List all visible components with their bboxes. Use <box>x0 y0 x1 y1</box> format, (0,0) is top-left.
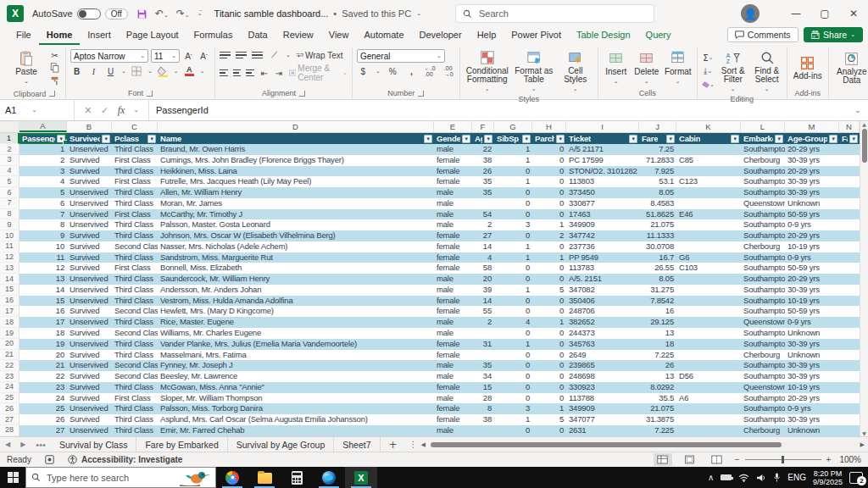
table-cell[interactable]: 15 <box>472 382 494 393</box>
table-cell[interactable]: Cherbourg <box>741 350 785 361</box>
undo-icon[interactable]: ↶⌄ <box>155 8 169 19</box>
table-cell[interactable]: First Class <box>112 263 158 274</box>
table-cell[interactable]: First Class <box>112 209 158 220</box>
table-cell[interactable]: 345763 <box>566 339 639 350</box>
autosum-icon[interactable]: Σ ⌄ <box>702 52 715 64</box>
ribbon-tab-automate[interactable]: Automate <box>356 27 411 45</box>
table-cell[interactable] <box>676 382 741 393</box>
autosave-toggle[interactable] <box>77 8 101 19</box>
row-number[interactable]: 16 <box>0 296 19 307</box>
share-button[interactable]: 🖆Share⌄ <box>804 27 863 42</box>
table-cell[interactable]: 0 <box>532 328 566 339</box>
table-cell[interactable]: 26 <box>19 414 67 425</box>
insert-cells-button[interactable]: Insert⌄ <box>603 50 630 86</box>
customize-qat-icon[interactable]: ⌄̄ <box>198 10 203 17</box>
table-cell[interactable]: 3 <box>19 166 67 177</box>
table-cell[interactable]: 3 <box>494 219 532 230</box>
table-cell[interactable]: 113783 <box>566 263 639 274</box>
table-cell[interactable]: Southampton <box>741 285 785 296</box>
table-cell[interactable]: 0 <box>532 176 566 187</box>
table-cell[interactable]: Third Class <box>112 219 158 230</box>
table-cell[interactable]: McGowan, Miss. Anna "Annie" <box>158 382 434 393</box>
table-cell[interactable]: 7.925 <box>639 166 676 177</box>
table-cell[interactable]: Unservived <box>67 285 112 296</box>
ribbon-tab-data[interactable]: Data <box>240 27 275 45</box>
table-cell[interactable]: female <box>434 176 472 187</box>
table-cell[interactable]: 1 <box>532 317 566 328</box>
scroll-up-icon[interactable]: ▲ <box>862 121 866 127</box>
table-cell[interactable]: 5 <box>532 285 566 296</box>
table-cell[interactable]: Survived <box>67 306 112 317</box>
table-cell[interactable]: 20-29 yrs <box>785 144 839 155</box>
number-dialog-launcher-icon[interactable] <box>418 91 424 97</box>
table-cell[interactable]: 0 <box>532 209 566 220</box>
table-cell[interactable]: Survived <box>67 414 112 425</box>
search-highlight-bird-image[interactable] <box>178 469 214 486</box>
table-cell[interactable]: Williams, Mr. Charles Eugene <box>158 328 434 339</box>
table-cell[interactable]: Third Class <box>112 230 158 241</box>
table-cell[interactable]: 237736 <box>566 241 639 252</box>
table-cell[interactable]: 1 <box>494 252 532 263</box>
font-size-select[interactable]: 11⌄ <box>151 49 180 63</box>
table-cell[interactable]: C85 <box>676 155 741 166</box>
table-cell[interactable]: Third Class <box>112 350 158 361</box>
filter-button[interactable]: ▼ <box>629 135 637 143</box>
table-cell[interactable]: 2631 <box>566 425 639 436</box>
table-cell[interactable]: 11.1333 <box>639 230 676 241</box>
table-cell[interactable]: 0 <box>532 155 566 166</box>
table-cell[interactable] <box>839 274 860 285</box>
table-cell[interactable] <box>839 371 860 382</box>
table-cell[interactable]: 1 <box>494 241 532 252</box>
autosave-control[interactable]: AutoSave Off <box>32 8 128 19</box>
table-cell[interactable]: Southampton <box>741 209 785 220</box>
table-cell[interactable]: 349909 <box>566 219 639 230</box>
ribbon-tab-view[interactable]: View <box>321 27 357 45</box>
table-cell[interactable]: Unknown <box>785 198 839 209</box>
table-cell[interactable]: 1 <box>494 285 532 296</box>
header-cell-age[interactable]: Age▼ <box>472 133 494 144</box>
taskbar-search[interactable]: Type here to search <box>25 467 216 488</box>
table-cell[interactable]: 5 <box>532 414 566 425</box>
insert-function-icon[interactable]: fx <box>118 104 125 117</box>
table-cell[interactable]: 6 <box>19 198 67 209</box>
table-cell[interactable]: Third Class <box>112 187 158 198</box>
wrap-text-button[interactable]: ⮒Wrap Text <box>296 51 343 60</box>
find-select-button[interactable]: Find & Select⌄ <box>752 49 782 93</box>
close-button[interactable]: ✕ <box>839 0 868 27</box>
table-cell[interactable]: 0 <box>532 144 566 155</box>
table-cell[interactable]: 1 <box>532 403 566 414</box>
table-cell[interactable]: 26 <box>472 166 494 177</box>
table-cell[interactable] <box>676 403 741 414</box>
row-number[interactable]: 21 <box>0 350 19 361</box>
table-cell[interactable] <box>676 339 741 350</box>
table-cell[interactable]: 1 <box>19 144 67 155</box>
table-cell[interactable]: 3 <box>494 403 532 414</box>
table-cell[interactable]: 25 <box>19 403 67 414</box>
ribbon-tab-help[interactable]: Help <box>470 27 504 45</box>
table-cell[interactable]: 0 <box>494 230 532 241</box>
table-cell[interactable] <box>839 296 860 307</box>
ribbon-tab-formulas[interactable]: Formulas <box>186 27 241 45</box>
table-cell[interactable]: Vestrom, Miss. Hulda Amanda Adolfina <box>158 296 434 307</box>
table-cell[interactable]: Unservived <box>67 403 112 414</box>
table-cell[interactable]: male <box>434 425 472 436</box>
table-cell[interactable]: 2649 <box>566 350 639 361</box>
table-cell[interactable]: 20-29 yrs <box>785 230 839 241</box>
row-number[interactable]: 9 <box>0 219 19 230</box>
table-cell[interactable] <box>839 360 860 371</box>
header-cell-sibsp[interactable]: SibSp▼ <box>494 133 532 144</box>
table-cell[interactable]: Third Class <box>112 403 158 414</box>
align-right-icon[interactable] <box>246 68 254 79</box>
table-cell[interactable]: Second Class <box>112 360 158 371</box>
table-cell[interactable]: 28 <box>472 393 494 404</box>
table-cell[interactable]: 54 <box>472 209 494 220</box>
table-cell[interactable]: Unservived <box>67 198 112 209</box>
table-cell[interactable]: E46 <box>676 209 741 220</box>
table-cell[interactable]: Beesley, Mr. Lawrence <box>158 371 434 382</box>
table-cell[interactable]: 0 <box>532 166 566 177</box>
taskbar-calculator-icon[interactable] <box>281 467 313 488</box>
table-cell[interactable]: Southampton <box>741 187 785 198</box>
table-cell[interactable]: Survived <box>67 252 112 263</box>
taskbar-edge-icon[interactable] <box>313 467 345 488</box>
table-cell[interactable]: Unknown <box>785 425 839 436</box>
